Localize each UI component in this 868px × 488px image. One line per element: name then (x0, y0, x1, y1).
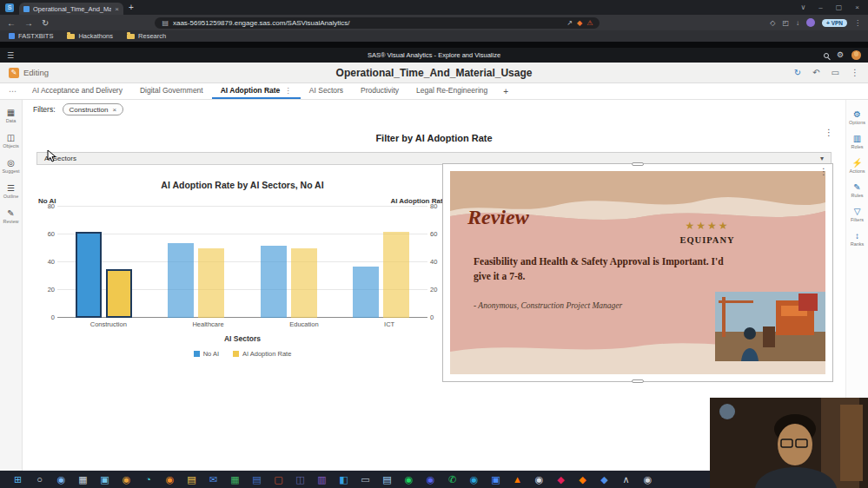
review-image-object[interactable]: ⋮ Review ★★★★ EQUIPANY Feasibility and H… (442, 163, 833, 382)
taskbar-excel-icon[interactable]: ▦ (224, 475, 246, 485)
drag-handle-top[interactable] (632, 162, 644, 166)
rail-item-suggest[interactable]: ◎ Suggest (2, 159, 19, 174)
extensions-puzzle-icon[interactable]: ◰ (782, 19, 789, 27)
taskbar-slack-icon[interactable]: ◆ (550, 475, 572, 485)
bar-ai-adoption-rate-education[interactable] (291, 248, 317, 318)
bar-no-ai-healthcare[interactable] (168, 243, 194, 318)
rail-item-options[interactable]: ⚙ Options (849, 110, 865, 125)
image-object-menu-icon[interactable]: ⋮ (819, 167, 828, 176)
taskbar-whatsapp-icon[interactable]: ✆ (441, 475, 463, 485)
tab-search-icon[interactable]: ∨ (800, 3, 805, 11)
taskbar-outlook-icon[interactable]: ✉ (202, 475, 224, 485)
taskbar-start-icon[interactable]: ⊞ (7, 475, 29, 485)
browser-menu-icon[interactable]: ⋮ (854, 19, 861, 27)
taskbar-widgets-icon[interactable]: ▣ (94, 475, 116, 485)
new-tab-button[interactable]: + (129, 3, 134, 12)
taskbar-file-explorer-icon[interactable]: ▤ (181, 475, 202, 485)
user-avatar[interactable] (851, 50, 861, 60)
settings-gear-icon[interactable]: ⚙ (837, 51, 844, 59)
bar-no-ai-construction[interactable] (76, 232, 102, 318)
address-bar[interactable]: ▤ xaas-56951259879.engage.sas.com/SASVis… (155, 17, 600, 29)
taskbar-discord-icon[interactable]: ◉ (420, 475, 441, 485)
folder-icon (127, 34, 135, 39)
taskbar-powerpoint-icon[interactable]: ▢ (268, 475, 289, 485)
taskbar-task-view-icon[interactable]: ▦ (72, 475, 94, 485)
taskbar-edge-icon[interactable]: ◔ (137, 475, 159, 485)
taskbar-chrome-icon[interactable]: ◉ (116, 475, 137, 485)
beaker-icon[interactable]: ◇ (770, 19, 775, 27)
minimize-button[interactable]: – (818, 3, 822, 11)
filter-object-menu-icon[interactable]: ⋮ (825, 128, 833, 137)
download-icon[interactable]: ↓ (796, 19, 799, 27)
taskbar-vscode-icon[interactable]: ◧ (333, 475, 354, 485)
refresh-icon[interactable]: ↻ (794, 69, 801, 77)
bookmark-fastxbits[interactable]: FASTXBITS (9, 32, 53, 40)
taskbar-antivirus-shield-icon[interactable]: ◆ (572, 475, 593, 485)
back-icon[interactable]: ← (7, 18, 16, 28)
warning-icon[interactable]: ⚠ (586, 19, 593, 27)
tab-legal-re-engineering[interactable]: Legal Re-Engineering (407, 83, 496, 99)
taskbar-github-icon[interactable]: ◉ (528, 475, 550, 485)
close-button[interactable]: × (855, 3, 859, 11)
taskbar-network-icon[interactable]: ◉ (637, 475, 659, 485)
rail-item-roles[interactable]: ▥ Roles (851, 135, 863, 149)
taskbar-vlc-icon[interactable]: ▲ (507, 475, 528, 485)
rail-item-objects[interactable]: ◫ Objects (3, 134, 19, 148)
taskbar-spotify-icon[interactable]: ◉ (398, 475, 420, 485)
bookmark-hackathons[interactable]: Hackathons (67, 32, 113, 40)
taskbar-cortana-icon[interactable]: ◉ (50, 475, 72, 485)
tab-productivity[interactable]: Productivity (352, 83, 407, 99)
rail-item-data[interactable]: ▦ Data (6, 109, 17, 123)
taskbar-teams-icon[interactable]: ◫ (289, 475, 311, 485)
taskbar-firefox-icon[interactable]: ◉ (159, 475, 181, 485)
filter-chip-construction[interactable]: Construction × (63, 103, 124, 115)
taskbar-search-icon[interactable]: ○ (29, 475, 50, 485)
more-options-icon[interactable]: ⋮ (851, 69, 859, 77)
y-tick-label: 80 (48, 202, 55, 210)
vpn-badge[interactable]: + VPN (822, 19, 847, 27)
tab-menu-icon[interactable]: ⋮ (284, 86, 292, 95)
tab-overflow-icon[interactable]: ⋯ (9, 87, 17, 96)
tab-ai-sectors[interactable]: AI Sectors (301, 83, 352, 99)
rail-item-actions[interactable]: ⚡ Actions (849, 159, 865, 174)
report-view-icon[interactable]: ▭ (832, 69, 839, 77)
taskbar-defender-shield-icon[interactable]: ◆ (593, 475, 615, 485)
rail-item-review[interactable]: ✎ Review (3, 209, 18, 224)
rail-item-filters[interactable]: ▽ Filters (851, 208, 864, 222)
rail-item-ranks[interactable]: ↕ Ranks (851, 232, 865, 247)
undo-icon[interactable]: ↶ (812, 69, 819, 77)
bar-ai-adoption-rate-healthcare[interactable] (198, 248, 224, 318)
url-text[interactable]: xaas-56951259879.engage.sas.com/SASVisua… (173, 19, 562, 27)
tab-ai-adoption-rate[interactable]: AI Adoption Rate ⋮ (212, 83, 301, 99)
bookmark-research[interactable]: Research (127, 32, 166, 40)
profile-avatar[interactable] (806, 18, 815, 27)
rail-item-rules[interactable]: ✎ Rules (851, 183, 863, 198)
add-page-button[interactable]: + (503, 87, 508, 96)
rail-label: Roles (851, 144, 863, 149)
bar-no-ai-education[interactable] (261, 246, 287, 318)
drag-handle-bottom[interactable] (632, 379, 644, 383)
taskbar-word-icon[interactable]: ▤ (246, 475, 268, 485)
tab-digital-government[interactable]: Digital Government (131, 83, 212, 99)
extension-shield-icon[interactable]: ◆ (577, 19, 582, 27)
search-icon[interactable] (824, 53, 829, 58)
bar-ai-adoption-rate-construction[interactable] (106, 269, 132, 318)
taskbar-zoom-icon[interactable]: ▣ (485, 475, 507, 485)
share-icon[interactable]: ↗ (567, 19, 573, 27)
browser-tab[interactable]: Operational_Time_And_Material_... × (19, 3, 123, 15)
taskbar-onenote-icon[interactable]: ▥ (311, 475, 333, 485)
taskbar-terminal-icon[interactable]: ▭ (354, 475, 376, 485)
taskbar-telegram-icon[interactable]: ◉ (463, 475, 485, 485)
forward-icon[interactable]: → (24, 18, 33, 28)
taskbar-tray-chevron-icon[interactable]: ∧ (615, 475, 637, 485)
bar-no-ai-ict[interactable] (353, 267, 379, 318)
taskbar-notepad-icon[interactable]: ▤ (376, 475, 398, 485)
rail-item-outline[interactable]: ☰ Outline (3, 184, 18, 199)
chip-remove-icon[interactable]: × (112, 106, 116, 114)
hamburger-menu-icon[interactable]: ☰ (7, 51, 14, 60)
tab-ai-acceptance-and-delivery[interactable]: AI Acceptance and Delivery (23, 83, 131, 99)
bar-ai-adoption-rate-ict[interactable] (383, 232, 409, 318)
reload-icon[interactable]: ↻ (42, 18, 49, 28)
tab-close-icon[interactable]: × (115, 5, 119, 13)
maximize-button[interactable]: ▢ (836, 3, 843, 11)
